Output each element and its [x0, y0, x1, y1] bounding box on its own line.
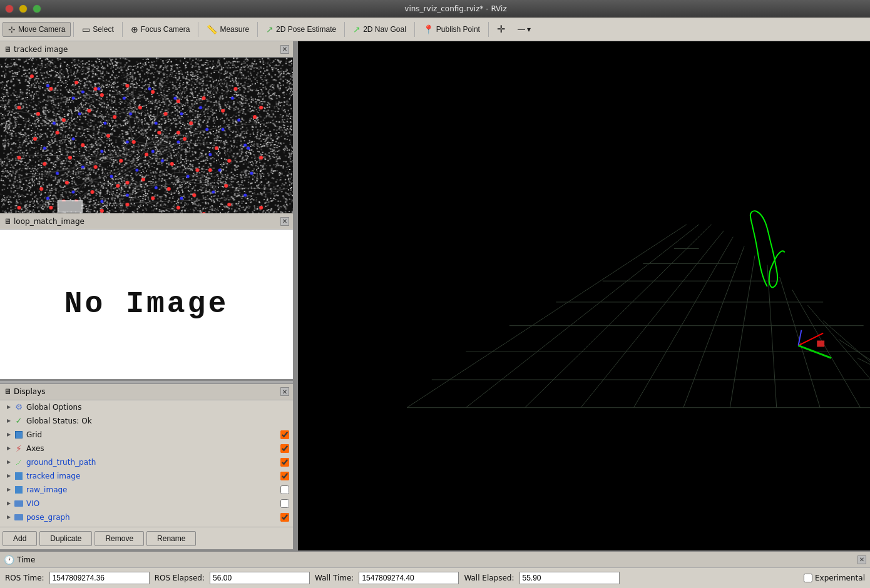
- time-header: 🕐 Time ✕: [0, 552, 870, 568]
- display-checkbox[interactable]: [280, 430, 289, 439]
- loop-match-header: 🖥 loop_match_image ✕: [0, 213, 293, 230]
- ros-time-input[interactable]: [49, 572, 150, 584]
- expand-arrow[interactable]: ▶: [4, 500, 14, 506]
- tracked-image-close[interactable]: ✕: [280, 45, 289, 54]
- display-item[interactable]: ▶Grid: [0, 428, 293, 442]
- display-type-icon: ⚡: [14, 444, 24, 454]
- display-item[interactable]: ▶⚙Global Options: [0, 400, 293, 414]
- tracked-image-title: tracked image: [14, 45, 68, 54]
- move-camera-label: Move Camera: [18, 25, 65, 34]
- position-marker: [817, 340, 824, 347]
- display-item[interactable]: ▶raw_image: [0, 483, 293, 497]
- expand-arrow[interactable]: ▶: [4, 445, 14, 451]
- display-type-icon: ⚙: [14, 402, 24, 412]
- display-item-label: tracked image: [26, 472, 278, 480]
- titlebar: vins_rviz_config.rviz* - RViz: [0, 0, 870, 18]
- time-close[interactable]: ✕: [857, 555, 866, 564]
- pose-estimate-button[interactable]: ↗ 2D Pose Estimate: [260, 22, 342, 37]
- wall-elapsed-input[interactable]: [519, 572, 620, 584]
- add-tool-button[interactable]: ✛: [491, 21, 511, 38]
- focus-camera-button[interactable]: ⊕ Focus Camera: [125, 22, 196, 37]
- toolbar-separator-7: [488, 22, 489, 37]
- measure-icon: 📏: [207, 24, 217, 34]
- display-item[interactable]: ▶✓Global Status: Ok: [0, 414, 293, 428]
- window-title: vins_rviz_config.rviz* - RViz: [46, 4, 865, 13]
- loop-match-close[interactable]: ✕: [280, 217, 289, 226]
- expand-arrow[interactable]: ▶: [4, 514, 14, 520]
- expand-arrow[interactable]: ▶: [4, 418, 14, 423]
- ros-elapsed-input[interactable]: [210, 572, 310, 584]
- ros-elapsed-label: ROS Elapsed:: [155, 574, 205, 582]
- pose-estimate-icon: ↗: [266, 24, 274, 34]
- experimental-row: Experimental: [804, 574, 865, 582]
- time-panel: 🕐 Time ✕ ROS Time: ROS Elapsed: Wall Tim…: [0, 550, 870, 588]
- expand-arrow[interactable]: ▶: [4, 404, 14, 410]
- expand-arrow[interactable]: ▶: [4, 487, 14, 492]
- wall-time-input[interactable]: [359, 572, 459, 584]
- toolbar-separator-5: [344, 22, 345, 37]
- loop-panel-header-left: 🖥 loop_match_image: [4, 217, 84, 226]
- minimize-btn[interactable]: [19, 4, 28, 13]
- expand-arrow[interactable]: ▶: [4, 459, 14, 465]
- close-btn[interactable]: [5, 4, 14, 13]
- remove-button[interactable]: Remove: [95, 531, 144, 546]
- display-item-label: Global Options: [26, 403, 289, 412]
- display-checkbox[interactable]: [280, 458, 289, 467]
- publish-point-button[interactable]: 📍 Publish Point: [417, 22, 486, 37]
- wall-time-label: Wall Time:: [315, 574, 354, 582]
- display-item[interactable]: ▶⚡Axes: [0, 442, 293, 455]
- expand-arrow[interactable]: ▶: [4, 432, 14, 437]
- display-item[interactable]: ▶⟋ground_truth_path: [0, 455, 293, 469]
- select-label: Select: [93, 25, 113, 34]
- displays-header: 🖥 Displays ✕: [0, 384, 293, 400]
- move-camera-icon: ⊹: [8, 24, 16, 34]
- display-item-label: pose_graph: [26, 513, 278, 522]
- time-content: ROS Time: ROS Elapsed: Wall Time: Wall E…: [0, 568, 870, 588]
- measure-button[interactable]: 📏 Measure: [201, 22, 255, 37]
- select-icon: ▭: [82, 24, 90, 34]
- rename-button[interactable]: Rename: [146, 531, 196, 546]
- display-type-icon: [14, 485, 24, 495]
- tracked-image-panel: 🖥 tracked image ✕: [0, 41, 293, 213]
- select-button[interactable]: ▭ Select: [76, 22, 119, 37]
- display-item-label: Grid: [26, 430, 278, 439]
- extra-tool-icon: — ▾: [518, 25, 531, 34]
- ros-time-label: ROS Time:: [5, 574, 44, 582]
- extra-tool-button[interactable]: — ▾: [512, 23, 536, 36]
- toolbar: ⊹ Move Camera ▭ Select ⊕ Focus Camera 📏 …: [0, 18, 870, 41]
- 3d-grid-svg: [298, 41, 870, 550]
- add-button[interactable]: Add: [3, 531, 37, 546]
- display-checkbox[interactable]: [280, 499, 289, 508]
- display-item[interactable]: ▶tracked image: [0, 469, 293, 483]
- measure-label: Measure: [220, 25, 249, 34]
- experimental-checkbox[interactable]: [804, 574, 812, 582]
- tracked-image-content: [0, 58, 293, 213]
- display-checkbox[interactable]: [280, 472, 289, 480]
- display-checkbox[interactable]: [280, 485, 289, 494]
- main-area: 🖥 tracked image ✕ 🖥 loop_match_image ✕ N…: [0, 41, 870, 550]
- expand-arrow[interactable]: ▶: [4, 473, 14, 479]
- loop-match-title: loop_match_image: [14, 217, 84, 226]
- display-checkbox[interactable]: [280, 444, 289, 453]
- displays-content: ▶⚙Global Options▶✓Global Status: Ok▶Grid…: [0, 400, 293, 527]
- display-item-label: Axes: [26, 444, 278, 453]
- display-item-label: Global Status: Ok: [26, 417, 289, 425]
- display-item[interactable]: ▶VIO: [0, 497, 293, 510]
- move-camera-button[interactable]: ⊹ Move Camera: [3, 22, 71, 37]
- displays-close[interactable]: ✕: [280, 387, 289, 396]
- loop-monitor-icon: 🖥: [4, 217, 11, 226]
- left-panel: 🖥 tracked image ✕ 🖥 loop_match_image ✕ N…: [0, 41, 294, 550]
- display-type-icon: ⟋: [14, 457, 24, 467]
- display-type-icon: [14, 512, 24, 522]
- time-clock-icon: 🕐: [4, 555, 14, 565]
- experimental-label: Experimental: [815, 574, 865, 582]
- wall-elapsed-label: Wall Elapsed:: [464, 574, 514, 582]
- display-checkbox[interactable]: [280, 513, 289, 522]
- maximize-btn[interactable]: [33, 4, 41, 13]
- display-type-icon: [14, 499, 24, 509]
- 3d-view-panel[interactable]: [298, 41, 870, 550]
- focus-camera-icon: ⊕: [131, 24, 138, 34]
- duplicate-button[interactable]: Duplicate: [39, 531, 92, 546]
- display-item[interactable]: ▶pose_graph: [0, 510, 293, 524]
- nav-goal-button[interactable]: ↗ 2D Nav Goal: [347, 22, 412, 37]
